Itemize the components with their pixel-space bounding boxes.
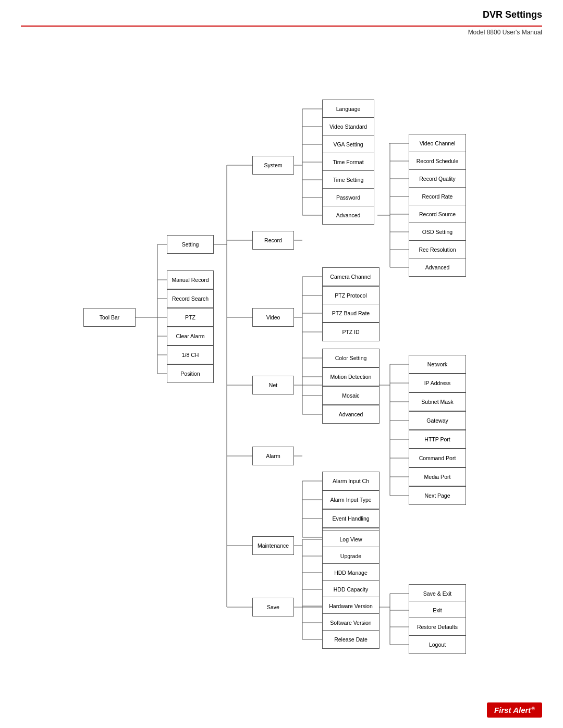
time-setting-node: Time Setting: [322, 170, 374, 189]
system-advanced-node: Advanced: [322, 206, 374, 225]
restore-defaults-node: Restore Defaults: [409, 618, 466, 636]
alarm-input-type-node: Alarm Input Type: [322, 490, 380, 509]
first-alert-logo: First Alert®: [487, 702, 542, 718]
media-port-node: Media Port: [409, 467, 466, 486]
alarm-input-ch-node: Alarm Input Ch: [322, 472, 380, 490]
record-advanced-node: Advanced: [409, 258, 466, 277]
ptz-id-node: PTZ ID: [322, 323, 380, 341]
subnet-mask-node: Subnet Mask: [409, 392, 466, 411]
system-node: System: [252, 156, 294, 175]
http-port-node: HTTP Port: [409, 430, 466, 449]
motion-detection-node: Motion Detection: [322, 367, 380, 386]
hardware-version-node: Hardware Version: [322, 597, 380, 615]
network-node: Network: [409, 355, 466, 374]
video-advanced-node: Advanced: [322, 405, 380, 424]
hdd-manage-node: HDD Manage: [322, 563, 380, 582]
command-port-node: Command Port: [409, 449, 466, 467]
toolbar-node: Tool Bar: [83, 308, 136, 327]
log-view-node: Log View: [322, 530, 380, 549]
password-node: Password: [322, 188, 374, 207]
clear-alarm-node: Clear Alarm: [167, 327, 214, 346]
record-node: Record: [252, 231, 294, 250]
record-rate-node: Record Rate: [409, 187, 466, 206]
red-divider: [21, 26, 542, 27]
next-page-node: Next Page: [409, 486, 466, 505]
ip-address-node: IP Address: [409, 374, 466, 392]
record-source-node: Record Source: [409, 205, 466, 224]
video-node: Video: [252, 308, 294, 327]
upgrade-node: Upgrade: [322, 547, 380, 565]
ptz-baud-rate-node: PTZ Baud Rate: [322, 304, 380, 323]
vga-setting-node: VGA Setting: [322, 135, 374, 154]
header: DVR Settings Model 8800 User's Manual: [0, 0, 563, 41]
save-node: Save: [252, 598, 294, 616]
time-format-node: Time Format: [322, 153, 374, 171]
page-title: DVR Settings: [483, 9, 542, 20]
rec-resolution-node: Rec Resolution: [409, 240, 466, 259]
language-node: Language: [322, 100, 374, 118]
save-exit-node: Save & Exit: [409, 584, 466, 603]
net-node: Net: [252, 376, 294, 394]
position-node: Position: [167, 364, 214, 383]
logo-area: First Alert®: [487, 702, 542, 718]
exit-node: Exit: [409, 601, 466, 620]
maintenance-node: Maintenance: [252, 536, 294, 555]
ptz-protocol-node: PTZ Protocol: [322, 286, 380, 305]
logout-node: Logout: [409, 635, 466, 654]
mosaic-node: Mosaic: [322, 386, 380, 405]
event-handling-node: Event Handling: [322, 509, 380, 528]
video-standard-node: Video Standard: [322, 117, 374, 136]
ptz-node: PTZ: [167, 308, 214, 327]
manual-record-node: Manual Record: [167, 270, 214, 289]
ch-node: 1/8 CH: [167, 346, 214, 364]
alarm-node: Alarm: [252, 447, 294, 465]
video-channel-node: Video Channel: [409, 134, 466, 153]
record-quality-node: Record Quality: [409, 169, 466, 188]
record-schedule-node: Record Schedule: [409, 152, 466, 170]
color-setting-node: Color Setting: [322, 349, 380, 367]
diagram-area: Tool Bar Setting Manual Record Record Se…: [0, 41, 563, 703]
osd-setting-node: OSD Setting: [409, 223, 466, 241]
setting-node: Setting: [167, 235, 214, 254]
record-search-node: Record Search: [167, 289, 214, 308]
release-date-node: Release Date: [322, 630, 380, 649]
subtitle: Model 8800 User's Manual: [21, 29, 542, 41]
camera-channel-node: Camera Channel: [322, 267, 380, 286]
hdd-capacity-node: HDD Capacity: [322, 580, 380, 599]
software-version-node: Software Version: [322, 613, 380, 632]
gateway-node: Gateway: [409, 411, 466, 430]
